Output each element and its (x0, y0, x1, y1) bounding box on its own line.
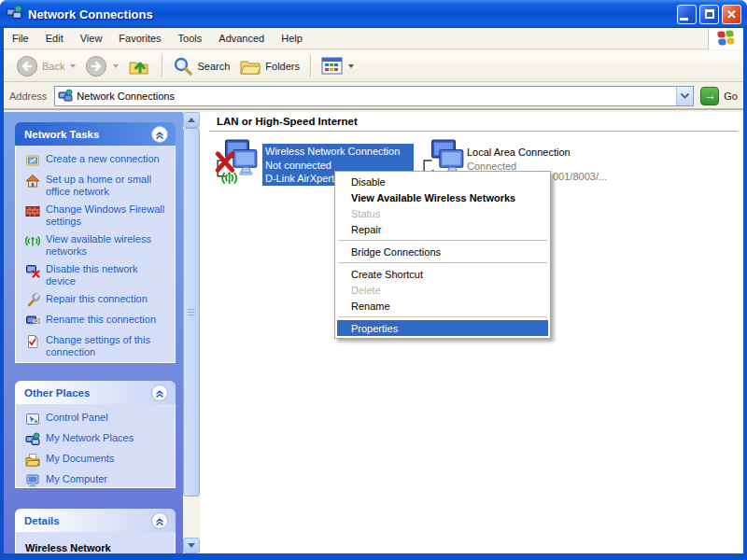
task-change-connection-settings[interactable]: Change settings of this connection (25, 334, 169, 358)
network-tasks-title: Network Tasks (24, 129, 99, 140)
menu-help[interactable]: Help (273, 29, 311, 48)
menu-item-disable[interactable]: Disable (337, 174, 548, 189)
back-dropdown-icon[interactable] (70, 64, 76, 68)
task-change-firewall-settings[interactable]: Change Windows Firewall settings (25, 203, 169, 228)
close-button[interactable]: ✕ (722, 5, 741, 24)
forward-button[interactable] (80, 52, 123, 80)
menu-edit[interactable]: Edit (37, 29, 72, 48)
link-label[interactable]: My Network Places (46, 432, 165, 447)
folders-button[interactable]: Folders (234, 53, 304, 79)
menu-item-view-available-wireless-networks[interactable]: View Available Wireless Networks (337, 189, 548, 205)
maximize-icon (705, 9, 714, 19)
address-input[interactable]: Network Connections (54, 86, 694, 106)
window-icon (6, 5, 22, 23)
task-label[interactable]: Rename this connection (46, 314, 165, 329)
go-button[interactable]: → (700, 87, 719, 105)
up-button[interactable] (123, 52, 156, 80)
task-label[interactable]: Change settings of this connection (46, 334, 165, 358)
task-label[interactable]: Disable this network device (46, 263, 165, 287)
group-divider (209, 131, 738, 132)
scroll-down-icon (188, 543, 195, 548)
go-label: Go (724, 91, 738, 102)
maximize-button[interactable] (699, 5, 719, 24)
network-tasks-panel: Network Tasks Create a new connection Se… (15, 122, 176, 363)
address-location-icon (58, 89, 73, 104)
lan-connection-item[interactable]: Local Area Connection Connected (467, 146, 571, 173)
scroll-up-icon (188, 118, 195, 122)
windows-flag-icon (717, 30, 735, 47)
network-places-icon (25, 432, 40, 447)
search-label: Search (197, 61, 230, 72)
minimize-button[interactable] (677, 5, 697, 24)
menu-advanced[interactable]: Advanced (210, 29, 273, 48)
menu-bar: File Edit View Favorites Tools Advanced … (4, 28, 743, 49)
scroll-down-button[interactable] (183, 538, 200, 553)
task-setup-home-network[interactable]: Set up a home or small office network (25, 174, 169, 198)
link-label[interactable]: Control Panel (46, 412, 165, 427)
back-button[interactable]: Back (11, 52, 80, 80)
views-dropdown-icon[interactable] (348, 64, 354, 68)
wireless-connection-icon[interactable] (214, 137, 261, 184)
scrollbar-thumb[interactable] (183, 128, 200, 497)
task-create-new-connection[interactable]: Create a new connection (25, 153, 169, 168)
task-label[interactable]: Change Windows Firewall settings (46, 203, 165, 228)
other-places-header[interactable]: Other Places (15, 381, 176, 404)
collapse-button[interactable] (151, 126, 168, 143)
firewall-icon (25, 203, 40, 218)
link-my-documents[interactable]: My Documents (25, 453, 169, 468)
menu-file[interactable]: File (4, 29, 37, 48)
connection-name[interactable]: Wireless Network Connection (265, 145, 414, 159)
address-dropdown-button[interactable] (676, 87, 693, 105)
chevron-up-icon (154, 387, 165, 399)
menu-item-bridge-connections[interactable]: Bridge Connections (337, 244, 548, 259)
go-arrow-icon: → (704, 89, 716, 103)
details-title: Details (24, 515, 60, 526)
link-my-computer[interactable]: My Computer (25, 473, 169, 488)
connection-status: Not connected (265, 159, 414, 173)
repair-wrench-icon (25, 293, 40, 308)
folder-view: LAN or High-Speed Internet (200, 112, 743, 553)
settings-check-icon (25, 334, 40, 349)
views-button[interactable] (317, 54, 359, 77)
home-network-icon (25, 174, 40, 189)
new-connection-icon (25, 153, 40, 168)
menu-tools[interactable]: Tools (170, 29, 211, 48)
other-places-title: Other Places (24, 387, 90, 399)
collapse-button[interactable] (151, 512, 168, 529)
menu-item-create-shortcut[interactable]: Create Shortcut (337, 266, 548, 282)
chevron-down-icon (681, 93, 689, 99)
address-value: Network Connections (77, 91, 676, 102)
task-disable-network-device[interactable]: Disable this network device (25, 263, 169, 287)
task-label[interactable]: Repair this connection (46, 293, 165, 308)
task-view-wireless-networks[interactable]: View available wireless networks (25, 233, 169, 258)
link-label[interactable]: My Documents (46, 453, 165, 468)
chevron-up-icon (154, 515, 165, 526)
search-button[interactable]: Search (168, 53, 234, 79)
rename-icon (25, 314, 40, 329)
group-title: LAN or High-Speed Internet (217, 116, 358, 127)
toolbar: Back Search Folders (4, 50, 743, 82)
link-label[interactable]: My Computer (46, 473, 165, 488)
task-label[interactable]: Create a new connection (46, 153, 165, 168)
menu-item-properties[interactable]: Properties (337, 320, 548, 336)
sidebar-scrollbar[interactable] (183, 112, 200, 553)
forward-dropdown-icon[interactable] (113, 64, 119, 68)
details-heading: Wireless Network (25, 542, 111, 553)
menu-item-rename[interactable]: Rename (337, 298, 548, 314)
task-label[interactable]: Set up a home or small office network (46, 174, 165, 198)
menu-separator (338, 240, 547, 241)
scroll-up-button[interactable] (183, 112, 200, 128)
network-tasks-header[interactable]: Network Tasks (15, 122, 176, 146)
link-control-panel[interactable]: Control Panel (25, 412, 169, 427)
menu-view[interactable]: View (72, 29, 111, 48)
menu-favorites[interactable]: Favorites (110, 29, 169, 48)
task-label[interactable]: View available wireless networks (46, 233, 165, 258)
connection-name[interactable]: Local Area Connection (467, 146, 571, 160)
link-my-network-places[interactable]: My Network Places (25, 432, 169, 447)
task-repair-connection[interactable]: Repair this connection (25, 293, 169, 308)
minimize-icon (680, 18, 688, 21)
details-header[interactable]: Details (15, 509, 176, 532)
menu-item-repair[interactable]: Repair (337, 221, 548, 237)
task-rename-connection[interactable]: Rename this connection (25, 314, 169, 329)
collapse-button[interactable] (151, 385, 168, 401)
